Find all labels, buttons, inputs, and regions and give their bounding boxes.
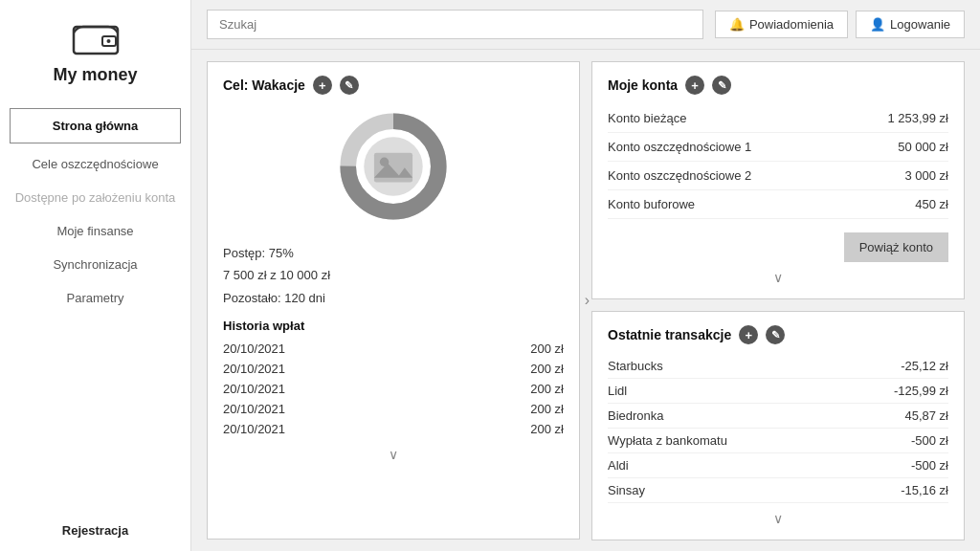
link-account-button[interactable]: Powiąż konto bbox=[844, 232, 948, 262]
accounts-add-button[interactable]: + bbox=[685, 76, 704, 95]
donut-chart-container bbox=[223, 104, 564, 229]
user-icon: 👤 bbox=[870, 17, 885, 32]
sidebar-item-available: Dostępne po założeniu konta bbox=[0, 181, 190, 214]
right-column: Moje konta + ✎ Konto bieżące 1 253,99 zł… bbox=[591, 61, 965, 540]
history-row-4: 20/10/2021 200 zł bbox=[223, 419, 564, 439]
history-row-0: 20/10/2021 200 zł bbox=[223, 339, 564, 359]
transaction-amount-2: 45,87 zł bbox=[904, 408, 948, 423]
history-amount-0: 200 zł bbox=[530, 342, 564, 356]
account-amount-0: 1 253,99 zł bbox=[887, 111, 948, 125]
transaction-amount-4: -500 zł bbox=[911, 458, 948, 473]
svg-point-2 bbox=[106, 39, 110, 43]
history-row-3: 20/10/2021 200 zł bbox=[223, 399, 564, 419]
transactions-edit-button[interactable]: ✎ bbox=[766, 325, 785, 344]
main-area: 🔔 Powiadomienia 👤 Logowanie Cel: Wakacje… bbox=[191, 0, 980, 551]
goal-add-button[interactable]: + bbox=[313, 76, 332, 95]
transactions-panel: Ostatnie transakcje + ✎ Starbucks -25,12… bbox=[591, 311, 965, 540]
left-column: Cel: Wakacje + ✎ bbox=[207, 61, 580, 540]
history-amount-4: 200 zł bbox=[530, 422, 564, 436]
search-input[interactable] bbox=[207, 10, 703, 39]
account-name-1: Konto oszczędnościowe 1 bbox=[608, 140, 751, 154]
history-date-0: 20/10/2021 bbox=[223, 342, 285, 356]
transaction-name-0: Starbucks bbox=[608, 359, 663, 373]
sidebar: My money Strona główna Cele oszczędności… bbox=[0, 0, 191, 551]
account-name-0: Konto bieżące bbox=[608, 111, 686, 125]
transaction-row-0: Starbucks -25,12 zł bbox=[608, 354, 948, 379]
transaction-amount-3: -500 zł bbox=[911, 433, 948, 448]
accounts-edit-button[interactable]: ✎ bbox=[712, 76, 731, 95]
transaction-row-5: Sinsay -15,16 zł bbox=[608, 478, 948, 503]
transaction-row-3: Wypłata z bankomatu -500 zł bbox=[608, 429, 948, 453]
account-amount-2: 3 000 zł bbox=[904, 168, 948, 183]
sidebar-item-goals[interactable]: Cele oszczędnościowe bbox=[0, 147, 190, 181]
goal-panel-title: Cel: Wakacje bbox=[223, 77, 305, 93]
content-area: Cel: Wakacje + ✎ bbox=[191, 50, 980, 551]
topbar-actions: 🔔 Powiadomienia 👤 Logowanie bbox=[715, 11, 965, 38]
login-label: Logowanie bbox=[890, 17, 950, 32]
transactions-add-button[interactable]: + bbox=[739, 325, 758, 344]
history-row-1: 20/10/2021 200 zł bbox=[223, 359, 564, 379]
progress-info: Postęp: 75% 7 500 zł z 10 000 zł Pozosta… bbox=[223, 242, 564, 309]
accounts-chevron-down[interactable]: ∨ bbox=[608, 270, 948, 285]
goal-panel-header: Cel: Wakacje + ✎ bbox=[223, 76, 564, 95]
remaining-label: Pozostało: 120 dni bbox=[223, 287, 564, 309]
history-date-2: 20/10/2021 bbox=[223, 382, 285, 396]
history-date-3: 20/10/2021 bbox=[223, 402, 285, 416]
history-amount-3: 200 zł bbox=[530, 402, 564, 416]
goal-panel-chevron-right[interactable]: › bbox=[585, 292, 590, 309]
svg-rect-6 bbox=[374, 153, 412, 183]
accounts-panel: Moje konta + ✎ Konto bieżące 1 253,99 zł… bbox=[591, 61, 965, 299]
accounts-panel-header: Moje konta + ✎ bbox=[608, 76, 948, 95]
svg-rect-0 bbox=[74, 27, 118, 54]
transaction-row-4: Aldi -500 zł bbox=[608, 453, 948, 478]
transaction-amount-5: -15,16 zł bbox=[901, 483, 948, 497]
account-row-0: Konto bieżące 1 253,99 zł bbox=[608, 104, 948, 133]
wallet-icon bbox=[72, 19, 120, 57]
account-amount-1: 50 000 zł bbox=[898, 140, 948, 154]
goal-panel: Cel: Wakacje + ✎ bbox=[207, 61, 580, 540]
transactions-chevron-down[interactable]: ∨ bbox=[608, 511, 948, 526]
sidebar-item-register[interactable]: Rejestracja bbox=[53, 510, 138, 551]
goal-edit-button[interactable]: ✎ bbox=[340, 76, 359, 95]
account-row-1: Konto oszczędnościowe 1 50 000 zł bbox=[608, 133, 948, 162]
bell-icon: 🔔 bbox=[729, 17, 745, 32]
sidebar-item-sync[interactable]: Synchronizacja bbox=[0, 248, 190, 281]
app-logo: My money bbox=[53, 19, 137, 85]
transaction-name-1: Lidl bbox=[608, 384, 627, 398]
donut-chart bbox=[331, 104, 456, 229]
transaction-name-2: Biedronka bbox=[608, 408, 664, 423]
history-title: Historia wpłat bbox=[223, 319, 564, 333]
transaction-name-5: Sinsay bbox=[608, 483, 645, 497]
transaction-name-3: Wypłata z bankomatu bbox=[608, 433, 727, 448]
transaction-name-4: Aldi bbox=[608, 458, 629, 473]
history-amount-1: 200 zł bbox=[530, 362, 564, 376]
transaction-amount-1: -125,99 zł bbox=[894, 384, 948, 398]
notifications-label: Powiadomienia bbox=[749, 17, 834, 32]
transaction-row-1: Lidl -125,99 zł bbox=[608, 379, 948, 404]
amount-label: 7 500 zł z 10 000 zł bbox=[223, 264, 564, 286]
history-section: Historia wpłat 20/10/2021 200 zł 20/10/2… bbox=[223, 319, 564, 439]
login-button[interactable]: 👤 Logowanie bbox=[856, 11, 965, 38]
history-date-4: 20/10/2021 bbox=[223, 422, 285, 436]
history-row-2: 20/10/2021 200 zł bbox=[223, 379, 564, 399]
sidebar-item-home[interactable]: Strona główna bbox=[10, 108, 181, 143]
notifications-button[interactable]: 🔔 Powiadomienia bbox=[715, 11, 848, 38]
account-row-3: Konto buforowe 450 zł bbox=[608, 190, 948, 219]
transaction-amount-0: -25,12 zł bbox=[901, 359, 948, 373]
transactions-panel-title: Ostatnie transakcje bbox=[608, 327, 731, 342]
account-row-2: Konto oszczędnościowe 2 3 000 zł bbox=[608, 162, 948, 190]
account-amount-3: 450 zł bbox=[915, 197, 948, 211]
app-title: My money bbox=[53, 65, 137, 85]
accounts-panel-title: Moje konta bbox=[608, 77, 678, 93]
topbar: 🔔 Powiadomienia 👤 Logowanie bbox=[191, 0, 980, 50]
account-name-2: Konto oszczędnościowe 2 bbox=[608, 168, 751, 183]
sidebar-item-params[interactable]: Parametry bbox=[0, 281, 190, 315]
progress-label: Postęp: 75% bbox=[223, 242, 564, 264]
sidebar-item-finances[interactable]: Moje finsanse bbox=[0, 214, 190, 248]
goal-chevron-down[interactable]: ∨ bbox=[223, 447, 564, 462]
history-amount-2: 200 zł bbox=[530, 382, 564, 396]
sidebar-nav: Strona główna Cele oszczędnościowe Dostę… bbox=[0, 104, 190, 315]
transactions-panel-header: Ostatnie transakcje + ✎ bbox=[608, 325, 948, 344]
history-date-1: 20/10/2021 bbox=[223, 362, 285, 376]
account-name-3: Konto buforowe bbox=[608, 197, 695, 211]
